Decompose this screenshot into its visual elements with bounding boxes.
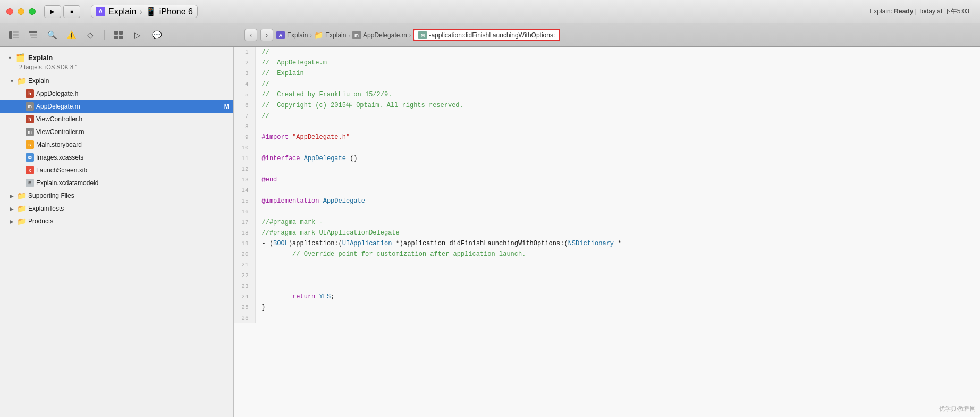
line-code: - (BOOL)application:(UIApplication *)app… xyxy=(255,238,980,249)
sidebar-item-viewcontroller-m[interactable]: m ViewController.m xyxy=(0,126,233,138)
explaintests-name: ExplainTests xyxy=(28,205,229,212)
h-icon-2: h xyxy=(26,115,34,123)
line-code xyxy=(255,270,980,281)
supporting-files-disclosure[interactable] xyxy=(9,193,15,199)
line-code: // Explain xyxy=(255,68,980,79)
scheme-icon: A xyxy=(96,7,105,16)
stop-button[interactable]: ■ xyxy=(63,5,80,18)
back-button[interactable]: ‹ xyxy=(244,29,257,41)
sidebar-item-appdelegate-m[interactable]: m AppDelegate.m M xyxy=(0,100,233,113)
grid-button[interactable] xyxy=(111,29,126,41)
project-root-row[interactable]: 🗂️ Explain xyxy=(6,51,229,64)
scheme-selector[interactable]: A Explain › 📱 iPhone 6 xyxy=(91,5,198,18)
line-code xyxy=(255,313,980,323)
device-name: iPhone 6 xyxy=(159,7,193,16)
source-control-button[interactable]: ◇ xyxy=(83,29,98,41)
comment-button[interactable]: 💬 xyxy=(149,29,164,41)
sidebar-group-explain-header[interactable]: 📁 Explain xyxy=(0,74,233,87)
project-icon-sidebar: 🗂️ xyxy=(16,53,25,62)
project-title: Explain xyxy=(28,54,53,62)
code-table: 1//2// AppDelegate.m3// Explain4//5// Cr… xyxy=(234,47,980,323)
table-row: 6// Copyright (c) 2015年 Optaim. All righ… xyxy=(234,100,980,111)
h-icon-1: h xyxy=(26,89,34,98)
line-code xyxy=(255,185,980,196)
xcdatamodeld-name: Explain.xcdatamodeld xyxy=(36,179,229,187)
sidebar-item-products[interactable]: 📁 Products xyxy=(0,215,233,228)
line-number: 11 xyxy=(234,153,255,164)
sidebar-root: 🗂️ Explain 2 targets, iOS SDK 8.1 xyxy=(0,47,233,74)
maximize-button[interactable] xyxy=(29,8,36,15)
xcdatamodel-icon: ⊞ xyxy=(26,179,34,187)
line-number: 22 xyxy=(234,270,255,281)
table-row: 1// xyxy=(234,47,980,57)
toolbar: 🔍 ⚠️ ◇ ▷ 💬 ‹ › A Explain › 📁 Explain › m… xyxy=(0,23,980,47)
sidebar-item-main-storyboard[interactable]: S Main.storyboard xyxy=(0,138,233,151)
viewcontroller-h-name: ViewController.h xyxy=(36,115,229,123)
table-row: 17//#pragma mark - xyxy=(234,217,980,228)
table-row: 18//#pragma mark UIApplicationDelegate xyxy=(234,228,980,238)
sidebar-item-xcdatamodeld[interactable]: ⊞ Explain.xcdatamodeld xyxy=(0,177,233,189)
products-disclosure[interactable] xyxy=(9,219,15,224)
explain-group-disclosure[interactable] xyxy=(9,78,15,84)
line-code: //#pragma mark UIApplicationDelegate xyxy=(255,228,980,238)
sidebar-item-launchscreen-xib[interactable]: X LaunchScreen.xib xyxy=(0,164,233,177)
minimize-button[interactable] xyxy=(18,8,24,15)
warning-button[interactable]: ⚠️ xyxy=(64,29,79,41)
breadcrumb: A Explain › 📁 Explain › m AppDelegate.m … xyxy=(276,29,560,41)
line-number: 20 xyxy=(234,249,255,260)
svg-rect-4 xyxy=(29,31,37,33)
code-editor[interactable]: 1//2// AppDelegate.m3// Explain4//5// Cr… xyxy=(234,47,980,417)
svg-rect-1 xyxy=(13,31,19,33)
breadcrumb-project[interactable]: A Explain xyxy=(276,31,308,39)
table-row: 2// AppDelegate.m xyxy=(234,57,980,68)
window-controls xyxy=(6,8,36,15)
line-code xyxy=(255,164,980,174)
table-row: 5// Created by FrankLiu on 15/2/9. xyxy=(234,89,980,100)
line-code: // AppDelegate.m xyxy=(255,57,980,68)
sidebar: 🗂️ Explain 2 targets, iOS SDK 8.1 📁 Expl… xyxy=(0,47,234,417)
line-number: 9 xyxy=(234,132,255,143)
navigator-toggle-button[interactable] xyxy=(6,29,21,41)
line-code: @end xyxy=(255,174,980,185)
toolbar-left: 🔍 ⚠️ ◇ ▷ 💬 xyxy=(6,29,240,41)
sidebar-item-images-xcassets[interactable]: 🖼 Images.xcassets xyxy=(0,151,233,164)
sidebar-item-appdelegate-h[interactable]: h AppDelegate.h xyxy=(0,87,233,100)
sidebar-item-supporting-files[interactable]: 📁 Supporting Files xyxy=(0,189,233,202)
breadcrumb-folder[interactable]: 📁 Explain xyxy=(314,31,346,39)
breadcrumb-method[interactable]: M -application:didFinishLaunchingWithOpt… xyxy=(413,29,560,41)
project-disclosure[interactable] xyxy=(6,55,13,61)
sidebar-item-explaintests[interactable]: 📁 ExplainTests xyxy=(0,202,233,215)
storyboard-icon: S xyxy=(26,140,34,149)
line-number: 14 xyxy=(234,185,255,196)
svg-rect-2 xyxy=(13,34,19,36)
label-button[interactable]: ▷ xyxy=(130,29,145,41)
table-row: 20 // Override point for customization a… xyxy=(234,249,980,260)
forward-button[interactable]: › xyxy=(260,29,273,41)
supporting-files-name: Supporting Files xyxy=(28,192,229,199)
line-code xyxy=(255,260,980,270)
file-icon-breadcrumb: m xyxy=(352,31,361,39)
line-number: 21 xyxy=(234,260,255,270)
table-row: 8 xyxy=(234,121,980,132)
line-code: // Copyright (c) 2015年 Optaim. All right… xyxy=(255,100,980,111)
close-button[interactable] xyxy=(6,8,13,15)
search-button[interactable]: 🔍 xyxy=(45,29,60,41)
table-row: 26 xyxy=(234,313,980,323)
titlebar-status: Explain: Ready | Today at 下午5:03 xyxy=(869,7,969,16)
sidebar-item-viewcontroller-h[interactable]: h ViewController.h xyxy=(0,113,233,126)
breadcrumb-file[interactable]: m AppDelegate.m xyxy=(352,31,407,39)
xcassets-icon: 🖼 xyxy=(26,153,34,162)
table-row: 25} xyxy=(234,302,980,313)
line-number: 15 xyxy=(234,196,255,206)
products-name: Products xyxy=(28,218,229,225)
explaintests-disclosure[interactable] xyxy=(9,206,15,212)
hierarchy-button[interactable] xyxy=(26,29,40,41)
m-icon-1: m xyxy=(26,102,34,111)
line-number: 25 xyxy=(234,302,255,313)
folder-icon-breadcrumb: 📁 xyxy=(314,31,323,39)
line-code: @implementation AppDelegate xyxy=(255,196,980,206)
run-button[interactable]: ▶ xyxy=(44,5,61,18)
line-code xyxy=(255,206,980,217)
m-icon-2: m xyxy=(26,128,34,136)
table-row: 11@interface AppDelegate () xyxy=(234,153,980,164)
